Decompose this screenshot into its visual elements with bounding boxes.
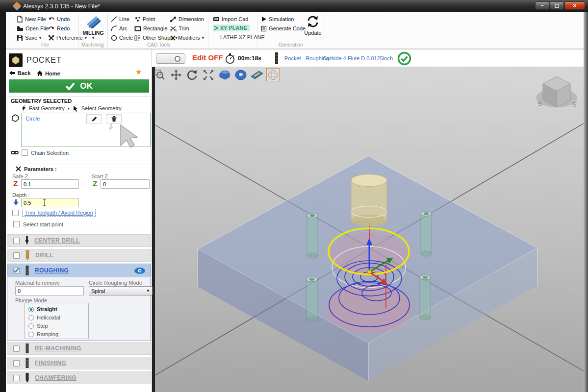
- ribbon-toolbar: New File Open File Save▾ Undo Redo Prefe…: [6, 12, 584, 49]
- generate-code-button[interactable]: Generate Code: [261, 24, 306, 32]
- operation-re-machining[interactable]: RE-MACHINING: [7, 342, 151, 355]
- operation-center-drill[interactable]: CENTER DRILL: [7, 234, 151, 247]
- back-button[interactable]: Back: [9, 70, 30, 76]
- sphere-icon: [268, 70, 279, 80]
- trim-tool[interactable]: Trim: [170, 24, 189, 32]
- plunge-mode-group: Straight Helicoidal Step Ramping: [24, 303, 89, 339]
- plunge-option-step[interactable]: Step: [28, 323, 48, 329]
- undo-button[interactable]: Undo: [48, 15, 70, 23]
- operation-drill[interactable]: DRILL: [7, 249, 151, 262]
- start-z-input[interactable]: [101, 179, 150, 189]
- radio-step[interactable]: [28, 323, 34, 329]
- start-z-label: Start Z: [92, 173, 108, 179]
- machining-group-label: Machining: [81, 42, 104, 48]
- circle-roughing-mode-select[interactable]: Spiral ▼: [89, 286, 153, 295]
- modifiers-tool[interactable]: Modifiers▾: [170, 34, 204, 42]
- dimension-tool[interactable]: Dimension: [170, 15, 204, 23]
- home-button[interactable]: Home: [36, 70, 60, 76]
- center-drill-checkbox[interactable]: [13, 238, 20, 244]
- cad-tools-group-label: CAD Tools: [147, 42, 170, 48]
- zoom-window-button[interactable]: [153, 68, 166, 81]
- line-tool[interactable]: Line: [111, 15, 129, 23]
- visibility-eye-icon[interactable]: [134, 267, 146, 274]
- viewport-3d[interactable]: S E: [155, 67, 584, 392]
- close-button[interactable]: ✕: [564, 1, 585, 10]
- save-button[interactable]: Save▾: [17, 34, 41, 42]
- edit-geometry-button[interactable]: [86, 114, 102, 123]
- viewport-header: Edit OFF 00m:18s Pocket - Roughing Carbi…: [152, 49, 584, 67]
- lathe-xz-plane-button[interactable]: LATHE XZ PLANE: [220, 33, 265, 41]
- start-z-icon: Z: [93, 179, 97, 188]
- rotate-button[interactable]: [185, 68, 199, 81]
- chain-selection-checkbox[interactable]: [22, 149, 28, 156]
- open-file-icon: [17, 25, 24, 31]
- re-machining-checkbox[interactable]: [13, 345, 20, 352]
- operation-roughing[interactable]: ROUGHING: [7, 264, 151, 277]
- show-sphere-button[interactable]: [266, 68, 280, 81]
- dimension-icon: [170, 16, 177, 23]
- material-to-remove-label: Material to remove: [15, 280, 60, 286]
- edit-toggle[interactable]: [156, 53, 185, 64]
- update-button[interactable]: Update: [302, 14, 324, 36]
- operation-finishing[interactable]: FINISHING: [7, 357, 151, 369]
- dropdown-caret-icon: ▼: [146, 289, 150, 293]
- arc-tool[interactable]: Arc: [111, 24, 128, 32]
- pencil-icon: [91, 116, 98, 122]
- point-tool[interactable]: Point: [134, 15, 155, 23]
- simulation-button[interactable]: Simulation: [261, 15, 294, 23]
- show-torus-button[interactable]: [234, 68, 247, 81]
- pan-icon: [170, 69, 182, 81]
- pocket-panel: POCKET Back Home ★ · OK GEOMETRY SELECTE…: [6, 49, 152, 392]
- redo-button[interactable]: Redo: [48, 24, 70, 32]
- import-cad-button[interactable]: Import Cad: [213, 15, 248, 23]
- machining-time: 00m:18s: [238, 55, 261, 62]
- geometry-list[interactable]: Circle: [21, 113, 151, 147]
- geometry-list-item[interactable]: Circle: [26, 116, 40, 122]
- save-icon: [17, 35, 23, 41]
- plunge-option-straight[interactable]: Straight: [28, 306, 57, 312]
- maximize-button[interactable]: ▢: [550, 1, 564, 10]
- radio-straight[interactable]: [28, 307, 34, 312]
- rectangle-tool[interactable]: Rectangle: [134, 24, 168, 32]
- rectangle-icon: [134, 26, 141, 31]
- chamfering-checkbox[interactable]: [13, 375, 20, 381]
- fit-view-button[interactable]: [202, 68, 215, 81]
- radio-ramping[interactable]: [28, 332, 34, 337]
- circle-tool[interactable]: Circle: [111, 34, 133, 42]
- pan-button[interactable]: [169, 68, 182, 81]
- select-start-point-checkbox[interactable]: [13, 221, 20, 227]
- open-file-button[interactable]: Open File: [17, 24, 49, 32]
- file-group-label: File: [41, 42, 49, 48]
- ok-check-icon: [65, 82, 75, 90]
- select-start-point-label: Select start point: [23, 221, 63, 227]
- modifiers-icon: [170, 35, 176, 41]
- show-plate-button[interactable]: [250, 68, 263, 81]
- safe-z-icon: Z: [13, 179, 18, 188]
- plunge-option-ramping[interactable]: Ramping: [28, 331, 58, 337]
- roughing-checkbox-check-icon: [13, 267, 20, 273]
- trim-toolpath-link[interactable]: Trim Toolpath / Avoid Region: [22, 209, 96, 217]
- operation-link[interactable]: Pocket - Roughing: [284, 55, 329, 61]
- favorite-star-icon[interactable]: ★ ·: [135, 68, 145, 76]
- material-to-remove-input[interactable]: [15, 286, 84, 295]
- xy-plane-button[interactable]: XY PLANE: [213, 24, 250, 32]
- tool-link[interactable]: Carbide 4 Flute D 0.8125inch: [323, 55, 393, 61]
- milling-button[interactable]: MILLING ▾: [80, 14, 106, 44]
- center-drill-icon: [25, 236, 29, 245]
- show-stock-button[interactable]: [218, 68, 231, 81]
- finishing-endmill-icon: [25, 358, 30, 368]
- finishing-checkbox[interactable]: [13, 360, 20, 367]
- safe-z-input[interactable]: [21, 179, 79, 189]
- plunge-option-helicoidal[interactable]: Helicoidal: [28, 315, 60, 320]
- trim-toolpath-checkbox[interactable]: [12, 210, 19, 216]
- radio-helicoidal[interactable]: [28, 315, 34, 320]
- roughing-checkbox[interactable]: [13, 268, 20, 274]
- drill-checkbox[interactable]: [13, 252, 20, 259]
- operation-chamfering[interactable]: CHAMFERING: [7, 371, 151, 384]
- select-geometry-button[interactable]: Select Geometry: [81, 105, 122, 111]
- minimize-button[interactable]: –: [535, 1, 549, 10]
- depth-input[interactable]: [21, 198, 79, 207]
- ok-button[interactable]: OK: [9, 79, 149, 93]
- new-file-button[interactable]: New File: [17, 15, 46, 23]
- fast-geometry-button[interactable]: Fast Geometry: [29, 105, 65, 111]
